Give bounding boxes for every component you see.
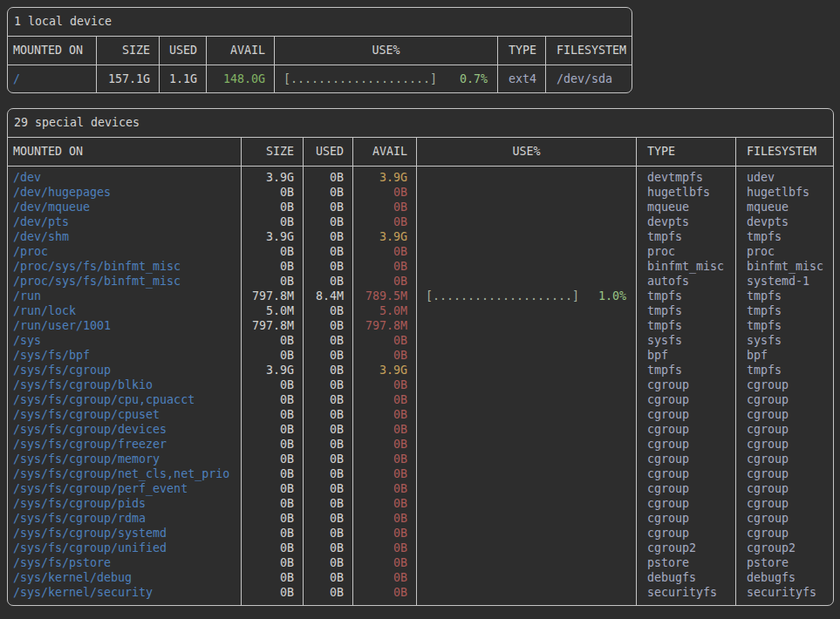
- used-cell: 0B: [304, 167, 353, 185]
- used-cell: 0B: [304, 585, 353, 605]
- used-cell: 0B: [304, 511, 353, 526]
- type-cell: mqueue: [637, 200, 736, 214]
- used-cell: 0B: [304, 348, 353, 363]
- filesystem-cell: mqueue: [736, 200, 833, 214]
- used-cell: 0B: [304, 318, 353, 333]
- avail-cell: 0B: [353, 200, 417, 214]
- type-cell: cgroup: [637, 392, 736, 407]
- use-percent-cell: [417, 378, 637, 392]
- size-cell: 0B: [242, 437, 304, 452]
- avail-cell: 3.9G: [353, 229, 417, 244]
- filesystem-cell: tmpfs: [736, 229, 833, 244]
- avail-cell: 0B: [353, 437, 417, 452]
- table-row: /sys/fs/cgroup/memory 0B 0B 0B cgroup cg…: [8, 452, 833, 466]
- filesystem-cell: /dev/sda: [546, 65, 632, 92]
- filesystem-cell: cgroup: [736, 511, 833, 526]
- table-row: /sys/fs/cgroup/cpu,cpuacct 0B 0B 0B cgro…: [8, 392, 833, 407]
- column-header-size: SIZE: [242, 138, 304, 166]
- use-percent-cell: [417, 348, 637, 363]
- type-cell: tmpfs: [637, 229, 736, 244]
- use-percent-cell: [417, 555, 637, 570]
- table-row: /sys/fs/cgroup/freezer 0B 0B 0B cgroup c…: [8, 437, 833, 452]
- type-cell: cgroup: [637, 481, 736, 496]
- avail-cell: 0B: [353, 555, 417, 570]
- size-cell: 0B: [242, 185, 304, 200]
- use-percent-cell: [417, 200, 637, 214]
- filesystem-cell: binfmt_misc: [736, 259, 833, 274]
- column-header-mounted-on: MOUNTED ON: [8, 37, 97, 65]
- used-cell: 0B: [304, 407, 353, 422]
- filesystem-cell: cgroup: [736, 526, 833, 541]
- mount-point-cell: /sys/kernel/security: [8, 585, 242, 605]
- mount-point-cell: /dev/pts: [8, 214, 242, 229]
- use-percent-cell: [417, 437, 637, 452]
- filesystem-cell: tmpfs: [736, 363, 833, 378]
- type-cell: cgroup: [637, 496, 736, 511]
- table-row: /sys/kernel/security 0B 0B 0B securityfs…: [8, 585, 833, 605]
- avail-cell: 0B: [353, 422, 417, 437]
- usage-percent: 1.0%: [598, 289, 626, 303]
- usage-percent: 0.7%: [460, 71, 488, 86]
- use-percent-cell: [417, 570, 637, 585]
- table-row: /proc/sys/fs/binfmt_misc 0B 0B 0B autofs…: [8, 274, 833, 289]
- size-cell: 0B: [242, 407, 304, 422]
- use-percent-cell: [417, 303, 637, 318]
- use-percent-cell: [417, 541, 637, 555]
- avail-cell: 0B: [353, 407, 417, 422]
- filesystem-cell: bpf: [736, 348, 833, 363]
- size-cell: 0B: [242, 452, 304, 466]
- used-cell: 8.4M: [304, 289, 353, 303]
- use-percent-cell: [417, 185, 637, 200]
- column-header-avail: AVAIL: [353, 138, 417, 166]
- type-cell: proc: [637, 244, 736, 259]
- used-cell: 0B: [304, 496, 353, 511]
- size-cell: 157.1G: [97, 65, 160, 92]
- type-cell: cgroup: [637, 452, 736, 466]
- mount-point-cell: /sys/fs/cgroup/systemd: [8, 526, 242, 541]
- use-percent-cell: [417, 244, 637, 259]
- table-row: /sys/fs/cgroup/net_cls,net_prio 0B 0B 0B…: [8, 466, 833, 481]
- type-cell: binfmt_misc: [637, 259, 736, 274]
- size-cell: 3.9G: [242, 167, 304, 185]
- filesystem-cell: cgroup2: [736, 541, 833, 555]
- use-percent-cell: [417, 333, 637, 348]
- type-cell: securityfs: [637, 585, 736, 605]
- mount-point-cell: /sys/fs/cgroup/cpuset: [8, 407, 242, 422]
- avail-cell: 0B: [353, 333, 417, 348]
- avail-cell: 789.5M: [353, 289, 417, 303]
- size-cell: 0B: [242, 466, 304, 481]
- column-header-type: TYPE: [498, 37, 546, 65]
- use-percent-cell: [417, 466, 637, 481]
- filesystem-cell: pstore: [736, 555, 833, 570]
- filesystem-cell: proc: [736, 244, 833, 259]
- size-cell: 0B: [242, 511, 304, 526]
- avail-cell: 0B: [353, 392, 417, 407]
- use-percent-cell: [417, 407, 637, 422]
- table-row: /sys/fs/cgroup/rdma 0B 0B 0B cgroup cgro…: [8, 511, 833, 526]
- use-percent-cell: [417, 363, 637, 378]
- table-row: /sys/fs/cgroup/cpuset 0B 0B 0B cgroup cg…: [8, 407, 833, 422]
- mount-point-cell: /proc/sys/fs/binfmt_misc: [8, 259, 242, 274]
- used-cell: 0B: [304, 466, 353, 481]
- avail-cell: 0B: [353, 526, 417, 541]
- mount-point-cell: /sys/fs/cgroup/devices: [8, 422, 242, 437]
- mount-point-cell: /sys/fs/cgroup/blkio: [8, 378, 242, 392]
- used-cell: 0B: [304, 526, 353, 541]
- used-cell: 0B: [304, 422, 353, 437]
- filesystem-cell: tmpfs: [736, 303, 833, 318]
- filesystem-cell: cgroup: [736, 496, 833, 511]
- avail-cell: 3.9G: [353, 167, 417, 185]
- size-cell: 0B: [242, 422, 304, 437]
- mount-point-cell: /dev/mqueue: [8, 200, 242, 214]
- avail-cell: 0B: [353, 541, 417, 555]
- use-percent-cell: [....................] 1.0%: [417, 289, 637, 303]
- use-percent-cell: [417, 496, 637, 511]
- mount-point-cell: /sys/fs/cgroup/pids: [8, 496, 242, 511]
- size-cell: 0B: [242, 585, 304, 605]
- size-cell: 3.9G: [242, 229, 304, 244]
- table-row: /dev/mqueue 0B 0B 0B mqueue mqueue: [8, 200, 833, 214]
- terminal-output[interactable]: { "colors": { "background": "#2d2d2d", "…: [0, 0, 840, 619]
- usage-bar: [....................]: [426, 289, 579, 303]
- mount-point-cell: /sys/kernel/debug: [8, 570, 242, 585]
- filesystem-cell: udev: [736, 167, 833, 185]
